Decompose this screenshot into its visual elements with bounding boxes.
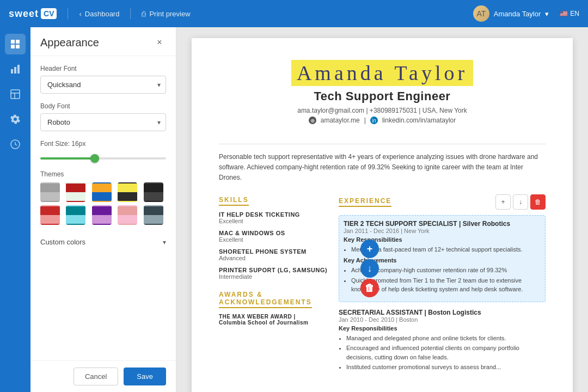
svg-rect-7	[11, 90, 20, 99]
fab-add-button[interactable]: +	[360, 240, 379, 258]
font-size-slider[interactable]	[40, 157, 166, 160]
header-font-select[interactable]: Quicksand	[40, 76, 166, 94]
print-preview-button[interactable]: ⎙ Print preview	[142, 10, 190, 18]
svg-rect-2	[11, 45, 15, 48]
skills-section-title: SKILLS	[219, 196, 249, 206]
add-experience-button[interactable]: +	[495, 194, 511, 210]
list-item: Achieved company-high customer retention…	[351, 266, 541, 275]
sidebar-item-chart[interactable]	[5, 59, 26, 79]
save-button[interactable]: Save	[124, 367, 166, 385]
skill-level-1: Excellent	[219, 218, 328, 224]
icon-bar	[0, 27, 30, 392]
panel-body: Header Font Quicksand Body Font Roboto F…	[30, 56, 176, 360]
resume-title: Tech Support Engineer	[219, 89, 546, 103]
sidebar-item-history[interactable]	[5, 134, 26, 155]
theme-swatch-10[interactable]	[144, 205, 163, 225]
panel-footer: Cancel Save	[30, 360, 176, 392]
body-font-select-wrapper: Roboto	[40, 113, 166, 131]
fab-down-button[interactable]: ↓	[360, 259, 379, 278]
header-font-select-wrapper: Quicksand	[40, 76, 166, 94]
user-menu[interactable]: AT Amanda Taylor ▾	[473, 5, 549, 22]
theme-swatch-2[interactable]	[66, 182, 85, 202]
nav-divider	[68, 8, 68, 19]
resume-document: Amanda Taylor Tech Support Engineer ama.…	[192, 38, 573, 392]
resume-name: Amanda Taylor	[291, 60, 473, 86]
resume-left-column: SKILLS IT HELP DESK TICKETING Excellent …	[219, 194, 328, 381]
exp-title-2: SECRETARIAL ASSISTANT | Boston Logistics	[339, 309, 546, 316]
website-icon: ⊕	[309, 117, 316, 124]
skill-name-2: MAC & WINDOWS OS	[219, 230, 328, 236]
skill-item-2: MAC & WINDOWS OS Excellent	[219, 230, 328, 243]
sidebar-item-grid[interactable]	[5, 34, 26, 54]
skill-item-1: IT HELP DESK TICKETING Excellent	[219, 211, 328, 224]
experience-section-title: EXPERIENCE	[339, 197, 391, 207]
chevron-down-icon: ▾	[163, 238, 166, 246]
svg-rect-4	[11, 69, 13, 74]
sidebar-item-layout[interactable]	[5, 84, 26, 105]
chevron-down-icon: ▾	[545, 10, 549, 18]
resume-links: ⊕ amataylor.me | in linkedin.com/in/amat…	[219, 117, 546, 124]
header-font-label: Header Font	[40, 65, 166, 72]
experience-header: EXPERIENCE + ↓ 🗑	[339, 194, 546, 210]
exp-responsibilities-list-2: Managed and delegated phone and online t…	[339, 334, 546, 372]
language-selector[interactable]: 🇺🇸 EN	[560, 10, 579, 17]
theme-swatch-6[interactable]	[40, 205, 60, 225]
settings-icon	[10, 114, 21, 125]
custom-colors-label: Custom colors	[40, 238, 85, 246]
themes-label: Themes	[40, 170, 166, 178]
theme-swatch-4[interactable]	[118, 182, 137, 202]
font-size-group: Font Size: 16px	[40, 140, 166, 162]
main-layout: Appearance × Header Font Quicksand Body …	[0, 27, 588, 392]
svg-rect-6	[17, 65, 20, 74]
exp-meta-1: Jan 2011 - Dec 2016 | New York	[344, 228, 541, 234]
skill-item-3: SHORETEL PHONE SYSTEM Advanced	[219, 248, 328, 261]
chart-icon	[10, 64, 21, 75]
move-down-experience-button[interactable]: ↓	[513, 194, 528, 210]
list-item: Quickly promoted from Tier 1 to the Tier…	[351, 276, 541, 294]
skill-item-4: PRINTER SUPORT (LG, SAMSUNG) Intermediat…	[219, 267, 328, 280]
close-button[interactable]: ×	[153, 36, 166, 49]
fab-container: + ↓ 🗑	[360, 240, 379, 297]
linkedin-icon: in	[370, 117, 378, 124]
svg-rect-1	[16, 40, 20, 44]
body-font-group: Body Font Roboto	[40, 102, 166, 131]
theme-swatch-5[interactable]	[144, 182, 163, 202]
award-item-1: THE MAX WEBER AWARD |Columbia School of …	[219, 314, 328, 326]
svg-rect-0	[11, 40, 15, 44]
cancel-button[interactable]: Cancel	[74, 367, 118, 385]
award-name-1: THE MAX WEBER AWARD |Columbia School of …	[219, 314, 328, 326]
print-icon: ⎙	[142, 10, 146, 18]
layout-icon	[10, 89, 21, 100]
svg-rect-3	[16, 45, 20, 48]
resume-linkedin: linkedin.com/in/amataylor	[382, 117, 456, 124]
list-item: Encouraged and influenced potential clie…	[346, 344, 546, 362]
panel-header: Appearance ×	[30, 27, 176, 56]
appearance-panel: Appearance × Header Font Quicksand Body …	[30, 27, 176, 392]
themes-grid	[40, 182, 166, 225]
delete-experience-button[interactable]: 🗑	[530, 194, 546, 210]
exp-title-1: TIER 2 TECH SUPPORT SPECIALIST | Silver …	[344, 220, 541, 228]
user-name: Amanda Taylor	[494, 10, 541, 18]
list-item: Mentored a fast-paced team of 12+ techni…	[351, 245, 541, 254]
theme-swatch-3[interactable]	[92, 182, 112, 202]
theme-swatch-1[interactable]	[40, 182, 60, 202]
logo[interactable]: sweet CV	[9, 8, 57, 20]
svg-rect-5	[14, 67, 16, 74]
resume-contact: ama.taylor@gmail.com | +380989175031 | U…	[219, 107, 546, 114]
theme-swatch-9[interactable]	[118, 205, 137, 225]
themes-group: Themes	[40, 170, 166, 225]
body-font-select[interactable]: Roboto	[40, 113, 166, 131]
body-font-label: Body Font	[40, 102, 166, 110]
skill-level-4: Intermediate	[219, 273, 328, 280]
dashboard-button[interactable]: ‹ Dashboard	[79, 10, 119, 18]
theme-swatch-7[interactable]	[66, 205, 85, 225]
list-item: Instituted customer promotional surveys …	[346, 363, 546, 372]
skill-level-2: Excellent	[219, 236, 328, 243]
skill-name-1: IT HELP DESK TICKETING	[219, 211, 328, 218]
skill-name-4: PRINTER SUPORT (LG, SAMSUNG)	[219, 267, 328, 273]
theme-swatch-8[interactable]	[92, 205, 112, 225]
experience-actions: + ↓ 🗑	[495, 194, 546, 210]
fab-delete-button[interactable]: 🗑	[360, 279, 379, 297]
sidebar-item-settings[interactable]	[5, 109, 26, 130]
custom-colors-row[interactable]: Custom colors ▾	[40, 234, 166, 250]
